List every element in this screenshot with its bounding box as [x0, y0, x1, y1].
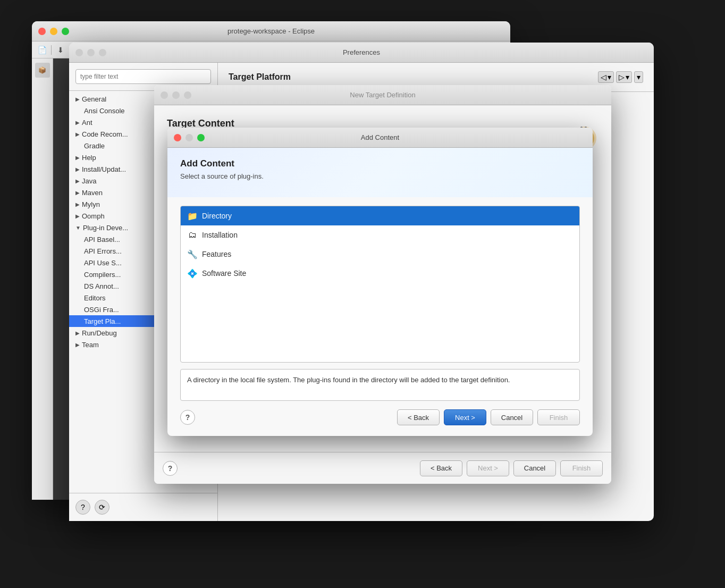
- add-content-help-btn[interactable]: ?: [180, 410, 195, 425]
- restore-btn[interactable]: ⟳: [95, 500, 109, 515]
- add-content-body: Add Content Select a source of plug-ins.…: [167, 148, 593, 436]
- new-target-close[interactable]: [161, 91, 168, 99]
- nav-back-btn[interactable]: ◁ ▾: [598, 71, 614, 83]
- source-item-software-site[interactable]: 💠 Software Site: [181, 264, 579, 283]
- pref-tree-footer: ? ⟳: [69, 493, 217, 521]
- pref-title: Preferences: [343, 48, 380, 56]
- toolbar-separator-1: [51, 45, 52, 55]
- source-item-features-label: Features: [202, 250, 231, 258]
- add-content-titlebar: Add Content: [167, 128, 593, 148]
- new-target-max[interactable]: [184, 91, 191, 99]
- new-target-min[interactable]: [172, 91, 180, 99]
- pref-min-btn[interactable]: [87, 49, 95, 56]
- new-target-titlebar: New Target Definition: [154, 85, 611, 105]
- add-content-gradient-area: Add Content Select a source of plug-ins.: [167, 148, 593, 197]
- eclipse-window-controls: [38, 28, 69, 35]
- nav-forward-dropdown: ▾: [626, 73, 629, 81]
- new-target-cancel-btn[interactable]: Cancel: [513, 460, 556, 476]
- pref-window-controls: [75, 49, 106, 56]
- nav-menu-icon: ▾: [637, 73, 640, 81]
- add-content-max[interactable]: [197, 134, 205, 141]
- pref-close-btn[interactable]: [75, 49, 83, 56]
- add-content-close[interactable]: [174, 134, 181, 141]
- features-icon: 🔧: [187, 249, 198, 259]
- new-target-footer: ? < Back Next > Cancel Finish: [154, 452, 611, 484]
- eclipse-titlebar: protege-workspace - Eclipse: [32, 21, 510, 41]
- add-content-next-btn[interactable]: Next >: [444, 409, 486, 425]
- toolbar-down-icon[interactable]: ⬇: [55, 44, 66, 56]
- nav-forward-btn[interactable]: ▷ ▾: [616, 71, 632, 83]
- new-target-controls: [161, 91, 191, 99]
- pref-nav-icons: ◁ ▾ ▷ ▾ ▾: [598, 71, 643, 83]
- pref-titlebar: Preferences: [69, 43, 654, 63]
- nav-back-dropdown: ▾: [608, 73, 611, 81]
- source-list: 📁 Directory 🗂 Installation 🔧 Features 💠 …: [180, 206, 580, 363]
- new-target-finish-btn[interactable]: Finish: [560, 460, 603, 476]
- add-content-title: Add Content: [361, 133, 399, 141]
- software-site-icon: 💠: [187, 268, 198, 279]
- new-target-help-btn[interactable]: ?: [163, 461, 178, 476]
- source-item-installation-label: Installation: [202, 231, 238, 239]
- source-item-software-site-label: Software Site: [202, 269, 246, 278]
- description-box: A directory in the local file system. Th…: [180, 369, 580, 401]
- source-item-directory-label: Directory: [202, 212, 232, 220]
- pref-section-title: Target Platform: [229, 72, 291, 82]
- dialog-footer: ? < Back Next > Cancel Finish: [180, 409, 580, 425]
- new-target-back-btn[interactable]: < Back: [420, 460, 462, 476]
- source-item-features[interactable]: 🔧 Features: [181, 245, 579, 264]
- nav-menu-btn[interactable]: ▾: [634, 71, 643, 83]
- eclipse-title: protege-workspace - Eclipse: [227, 27, 315, 35]
- add-content-dialog: Add Content Add Content Select a source …: [167, 128, 593, 436]
- pref-max-btn[interactable]: [99, 49, 106, 56]
- filter-input[interactable]: [75, 69, 211, 84]
- help-icon-btn[interactable]: ?: [75, 500, 90, 515]
- eclipse-min-btn[interactable]: [50, 28, 57, 35]
- add-content-subtitle: Select a source of plug-ins.: [180, 172, 580, 180]
- add-content-finish-btn[interactable]: Finish: [537, 409, 580, 425]
- add-content-traffic-lights: [174, 134, 205, 141]
- sidebar-package-icon[interactable]: 📦: [35, 63, 50, 78]
- toolbar-new-icon[interactable]: 📄: [36, 44, 48, 56]
- add-content-min[interactable]: [186, 134, 193, 141]
- add-content-back-btn[interactable]: < Back: [397, 409, 440, 425]
- directory-icon: 📁: [187, 211, 198, 221]
- nav-back-icon: ◁: [601, 73, 606, 81]
- eclipse-sidebar: 📦: [32, 58, 53, 500]
- source-item-directory[interactable]: 📁 Directory: [181, 206, 579, 225]
- new-target-next-btn[interactable]: Next >: [467, 460, 509, 476]
- nav-forward-icon: ▷: [619, 73, 625, 81]
- installation-icon: 🗂: [187, 230, 198, 240]
- eclipse-max-btn[interactable]: [62, 28, 69, 35]
- add-content-cancel-btn[interactable]: Cancel: [491, 409, 533, 425]
- new-target-title: New Target Definition: [350, 91, 415, 99]
- add-content-heading: Add Content: [180, 158, 580, 169]
- source-item-installation[interactable]: 🗂 Installation: [181, 225, 579, 245]
- eclipse-close-btn[interactable]: [38, 28, 46, 35]
